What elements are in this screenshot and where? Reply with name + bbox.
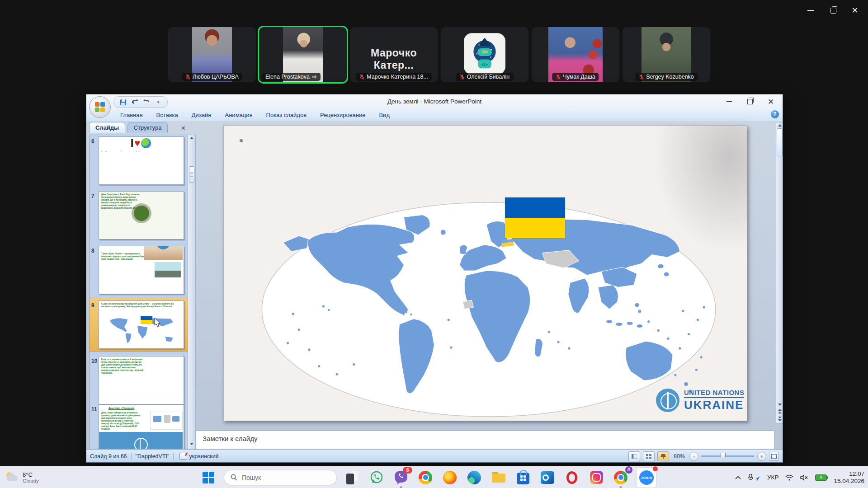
- widgets-app-icon[interactable]: [343, 469, 361, 487]
- notification-dot: [653, 466, 658, 471]
- thumb-ukraine-flag: [141, 316, 152, 324]
- tab-outline[interactable]: Структура: [127, 122, 168, 133]
- previous-slide-button[interactable]: [777, 408, 783, 415]
- tab-slideshow[interactable]: Показ слайдов: [261, 110, 312, 120]
- slide-sorter-button[interactable]: [643, 451, 655, 461]
- viber-icon[interactable]: 8: [392, 469, 410, 487]
- whatsapp-icon[interactable]: [368, 469, 386, 487]
- file-explorer-icon[interactable]: [490, 469, 508, 487]
- ppt-minimize-button[interactable]: [719, 96, 739, 107]
- zoom-slider[interactable]: [701, 455, 755, 457]
- next-slide-button[interactable]: [777, 415, 783, 422]
- undo-button[interactable]: [130, 98, 139, 107]
- slideshow-button[interactable]: [657, 451, 669, 461]
- tray-date: 15.04.2026: [834, 478, 864, 485]
- panel-scrollbar-thumb[interactable]: [189, 166, 194, 183]
- start-button[interactable]: [199, 469, 217, 487]
- scroll-down-arrow[interactable]: [190, 443, 193, 445]
- panel-close-button[interactable]: ✕: [181, 125, 186, 131]
- panel-scrollbar[interactable]: [188, 135, 196, 449]
- tray-time: 12:07: [834, 470, 864, 478]
- zoom-in-button[interactable]: +: [757, 452, 766, 461]
- slides-panel: Слайды Структура ✕ 6 22 квітня – Всесвіт…: [89, 122, 196, 449]
- slide-number: 6: [91, 138, 94, 145]
- instagram-icon[interactable]: [587, 469, 605, 487]
- participant-display-name: Марочко Катер...: [350, 47, 438, 71]
- chrome-profile-icon[interactable]: Л: [612, 469, 630, 487]
- participant-name-badge: Любов ЦАРЬОВА: [182, 73, 242, 81]
- workspace: Слайды Структура ✕ 6 22 квітня – Всесвіт…: [86, 121, 783, 450]
- participant-tile-dasha[interactable]: Чумак Даша: [532, 27, 619, 82]
- slide-thumbnail-canvas: 22 квітня – Всесвітній день Землі, свято…: [99, 136, 184, 185]
- participant-tile-marochko[interactable]: Марочко Катер... Марочко Катерина 18...: [350, 27, 438, 82]
- instagram-logo-icon: [590, 471, 603, 484]
- spellcheck-icon[interactable]: [179, 453, 187, 460]
- participant-name-badge: Elena Prostakova: [262, 73, 321, 81]
- firefox-icon[interactable]: [441, 469, 459, 487]
- ukraine-flag: [505, 197, 565, 238]
- quick-access-toolbar: ▾: [113, 96, 168, 108]
- taskbar-clock[interactable]: 12:07 15.04.2026: [834, 470, 864, 485]
- slide-thumbnail-canvas: Також «День Землі» — громадянська ініціа…: [99, 246, 184, 294]
- participant-tile-lyubov[interactable]: Любов ЦАРЬОВА: [168, 27, 256, 82]
- participant-tile-oleksii[interactable]: ∞ </> Олексій Бивалін: [441, 27, 528, 82]
- chrome-icon[interactable]: [416, 469, 434, 487]
- slide-scrollbar[interactable]: [776, 122, 783, 424]
- tab-slides[interactable]: Слайды: [89, 122, 125, 133]
- tab-insert[interactable]: Вставка: [151, 110, 183, 120]
- chevron-up-icon: [735, 476, 741, 479]
- volume-muted-icon[interactable]: [800, 474, 808, 481]
- save-button[interactable]: [118, 98, 127, 107]
- outlook-icon[interactable]: [538, 469, 557, 487]
- mic-in-use-indicator[interactable]: [748, 474, 760, 481]
- participant-name-badge: Чумак Даша: [552, 73, 599, 81]
- participant-tile-elena[interactable]: Elena Prostakova: [259, 27, 347, 82]
- tray-chevron-button[interactable]: [735, 476, 741, 479]
- office-button[interactable]: [89, 96, 111, 118]
- slide-scrollbar-thumb[interactable]: [777, 128, 783, 156]
- muted-mic-icon: [185, 74, 190, 80]
- battery-charging-icon[interactable]: [815, 474, 827, 481]
- tab-review[interactable]: Рецензирование: [315, 110, 370, 120]
- tab-view[interactable]: Вид: [374, 110, 395, 120]
- zoom-maximize-button[interactable]: [823, 4, 844, 17]
- screen-share-icon: [312, 75, 317, 80]
- slide-counter: Слайд 9 из 66: [90, 453, 127, 460]
- microsoft-store-icon[interactable]: [514, 469, 532, 487]
- participant-name: Марочко Катерина 18...: [367, 74, 428, 80]
- tab-animation[interactable]: Анимация: [220, 110, 258, 120]
- taskbar-search[interactable]: Пошук: [224, 470, 337, 485]
- zoom-active-tile: zoom: [636, 467, 657, 488]
- fit-to-window-button[interactable]: [769, 452, 779, 461]
- slide-thumbnail-canvas: День Землі – Рівнодення День Землі святк…: [99, 404, 184, 449]
- scroll-down-arrow[interactable]: [778, 404, 782, 406]
- customize-qat-button[interactable]: ▾: [154, 98, 163, 107]
- zoom-close-button[interactable]: ✕: [844, 4, 865, 17]
- powerpoint-titlebar[interactable]: День землі - Microsoft PowerPoint ✕: [86, 94, 783, 109]
- slide-canvas[interactable]: •: [223, 125, 747, 421]
- redo-button[interactable]: [142, 98, 151, 107]
- help-button[interactable]: ?: [771, 110, 779, 118]
- zoom-app-icon[interactable]: zoom: [636, 469, 657, 487]
- weather-widget[interactable]: 8°C Cloudy: [5, 466, 39, 488]
- scroll-up-arrow[interactable]: [190, 137, 193, 139]
- scroll-up-arrow[interactable]: [778, 124, 782, 127]
- participant-tile-sergey[interactable]: Sergey Kozubenko: [623, 27, 710, 82]
- opera-icon[interactable]: [563, 469, 581, 487]
- language-indicator[interactable]: украинский: [189, 453, 218, 460]
- zoom-minimize-button[interactable]: [800, 4, 821, 17]
- edge-icon[interactable]: [465, 469, 483, 487]
- mouse-cursor: [154, 318, 161, 328]
- tab-design[interactable]: Дизайн: [187, 110, 217, 120]
- language-switcher[interactable]: УКР: [767, 474, 778, 481]
- wifi-icon[interactable]: [785, 474, 793, 481]
- ppt-close-button[interactable]: ✕: [761, 96, 781, 107]
- zoom-slider-handle[interactable]: [720, 453, 726, 460]
- normal-view-button[interactable]: [628, 451, 640, 461]
- ppt-restore-button[interactable]: [740, 96, 760, 107]
- tab-home[interactable]: Главная: [115, 110, 147, 120]
- zoom-out-button[interactable]: −: [689, 452, 698, 461]
- participant-name: Elena Prostakova: [265, 74, 310, 80]
- robot-avatar-icon: ∞ </>: [468, 37, 501, 70]
- notes-pane[interactable]: Заметки к слайду: [196, 431, 774, 449]
